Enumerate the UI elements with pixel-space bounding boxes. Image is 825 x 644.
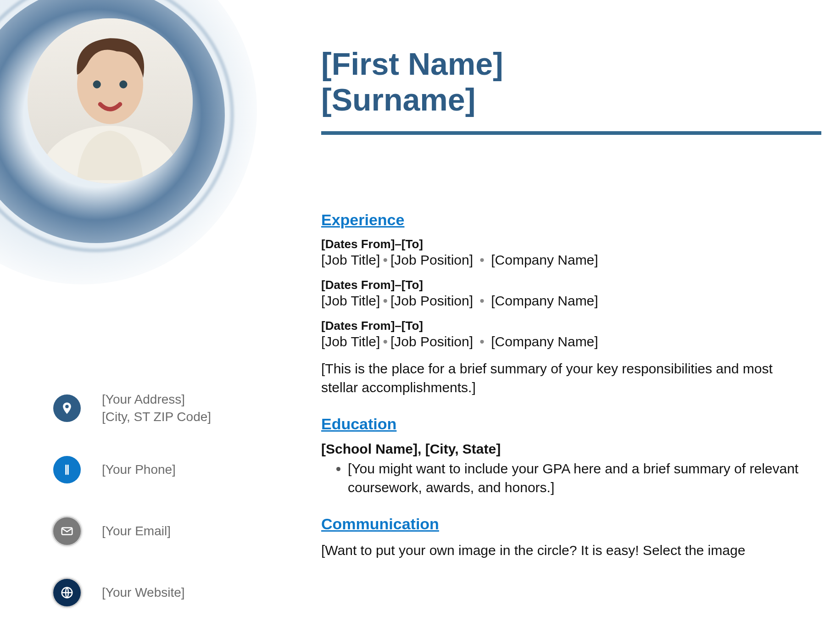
address-line1: [Your Address] <box>102 391 211 408</box>
experience-summary: [This is the place for a brief summary o… <box>321 360 808 397</box>
phone-icon <box>53 456 81 483</box>
section-heading-education: Education <box>321 415 808 433</box>
experience-entry: [Dates From]–[To] [Job Title]•[Job Posit… <box>321 319 808 350</box>
contact-phone-text: [Your Phone] <box>102 461 176 478</box>
job-title: [Job Title] <box>321 252 380 267</box>
bullet-separator: • <box>380 293 390 308</box>
contact-website-text: [Your Website] <box>102 584 185 601</box>
experience-line: [Job Title]•[Job Position] • [Company Na… <box>321 252 808 268</box>
experience-line: [Job Title]•[Job Position] • [Company Na… <box>321 334 808 350</box>
svg-point-3 <box>93 80 101 88</box>
email-icon <box>53 517 81 545</box>
contact-sidebar: [Your Address] [City, ST ZIP Code] [Your… <box>53 394 211 640</box>
address-line2: [City, ST ZIP Code] <box>102 408 211 426</box>
communication-text: [Want to put your own image in the circl… <box>321 541 808 560</box>
company-name: [Company Name] <box>491 334 598 349</box>
section-heading-communication: Communication <box>321 515 808 533</box>
svg-point-4 <box>119 80 127 88</box>
job-position: [Job Position] <box>390 252 473 267</box>
job-position: [Job Position] <box>390 334 473 349</box>
experience-entry: [Dates From]–[To] [Job Title]•[Job Posit… <box>321 278 808 309</box>
section-heading-experience: Experience <box>321 211 808 229</box>
education-bullet: [You might want to include your GPA here… <box>348 460 808 497</box>
surname: [Surname] <box>321 82 825 117</box>
contact-address-text: [Your Address] [City, ST ZIP Code] <box>102 391 211 426</box>
header: [First Name] [Surname] <box>321 46 825 135</box>
contact-email-text: [Your Email] <box>102 522 171 540</box>
contact-phone-row: [Your Phone] <box>53 456 211 483</box>
first-name: [First Name] <box>321 46 825 82</box>
experience-dates: [Dates From]–[To] <box>321 237 808 251</box>
svg-rect-6 <box>67 465 69 475</box>
education-list: [You might want to include your GPA here… <box>321 460 808 497</box>
contact-address-row: [Your Address] [City, ST ZIP Code] <box>53 394 211 422</box>
svg-rect-5 <box>65 465 67 475</box>
bullet-separator: • <box>473 334 491 349</box>
bullet-separator: • <box>380 252 390 267</box>
company-name: [Company Name] <box>491 252 598 267</box>
profile-photo <box>28 18 193 183</box>
profile-photo-placeholder <box>28 18 193 183</box>
job-title: [Job Title] <box>321 293 380 308</box>
bullet-separator: • <box>473 252 491 267</box>
experience-dates: [Dates From]–[To] <box>321 319 808 333</box>
job-title: [Job Title] <box>321 334 380 349</box>
job-position: [Job Position] <box>390 293 473 308</box>
main-content: Experience [Dates From]–[To] [Job Title]… <box>321 211 808 560</box>
bullet-separator: • <box>380 334 390 349</box>
contact-email-row: [Your Email] <box>53 517 211 545</box>
experience-entry: [Dates From]–[To] [Job Title]•[Job Posit… <box>321 237 808 268</box>
contact-website-row: [Your Website] <box>53 579 211 606</box>
experience-dates: [Dates From]–[To] <box>321 278 808 292</box>
header-rule <box>321 131 821 135</box>
experience-line: [Job Title]•[Job Position] • [Company Na… <box>321 293 808 309</box>
globe-icon <box>53 579 81 606</box>
company-name: [Company Name] <box>491 293 598 308</box>
location-pin-icon <box>53 394 81 422</box>
bullet-separator: • <box>473 293 491 308</box>
education-school: [School Name], [City, State] <box>321 441 808 457</box>
